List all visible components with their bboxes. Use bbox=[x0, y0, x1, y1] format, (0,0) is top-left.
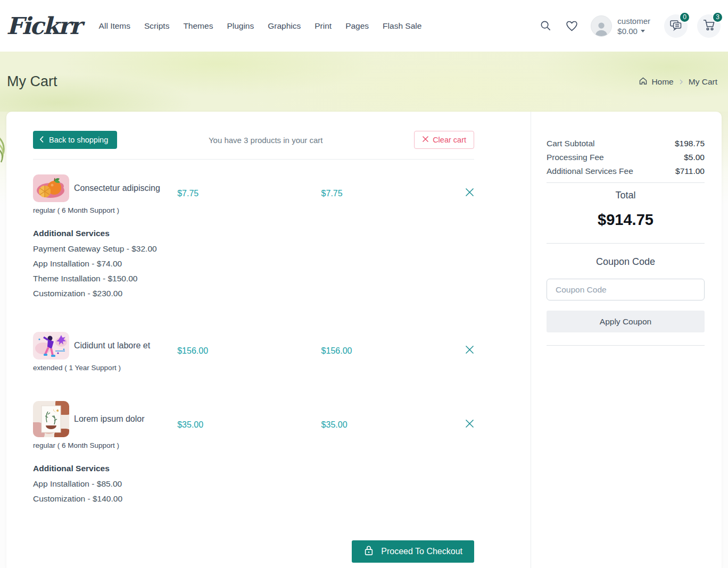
order-summary-panel: Cart Subtotal $198.75 Processing Fee $5.… bbox=[531, 112, 722, 568]
back-to-shopping-button[interactable]: Back to shopping bbox=[33, 131, 117, 149]
messages-badge: 0 bbox=[679, 12, 690, 23]
caret-down-icon bbox=[641, 30, 645, 32]
chevron-right-icon bbox=[678, 79, 684, 85]
cart-card: Back to shopping You have 3 products in … bbox=[6, 112, 722, 568]
product-license: regular ( 6 Month Support ) bbox=[33, 206, 177, 214]
breadcrumb: Home My Cart bbox=[639, 77, 717, 87]
coupon-code-input[interactable] bbox=[547, 279, 705, 300]
remove-item-button[interactable] bbox=[465, 332, 474, 356]
item-price: $7.75 bbox=[177, 174, 321, 214]
divider bbox=[547, 243, 705, 244]
site-logo[interactable]: Fickrr bbox=[6, 12, 81, 39]
messages-button[interactable]: 0 bbox=[664, 14, 688, 38]
content-area: Back to shopping You have 3 products in … bbox=[0, 112, 728, 568]
product-info: Consectetur adipiscing regular ( 6 Month… bbox=[33, 174, 177, 214]
additional-services: Additional Services App Installation - $… bbox=[33, 464, 474, 506]
x-icon bbox=[422, 136, 429, 144]
cart-item: Cididunt ut labore et extended ( 1 Year … bbox=[33, 332, 474, 372]
summary-value: $711.00 bbox=[675, 164, 705, 178]
service-line: Theme Installation - $150.00 bbox=[33, 271, 474, 286]
cart-badge: 3 bbox=[712, 12, 723, 23]
summary-label: Cart Subtotal bbox=[547, 137, 594, 151]
product-image-dancer[interactable] bbox=[33, 332, 69, 360]
account-menu[interactable]: customer $0.00 bbox=[617, 16, 650, 36]
summary-row: Additional Services Fee $711.00 bbox=[547, 164, 705, 178]
apply-coupon-button[interactable]: Apply Coupon bbox=[547, 311, 705, 332]
cart-item: Lorem ipsum dolor regular ( 6 Month Supp… bbox=[33, 401, 474, 506]
remove-item-button[interactable] bbox=[465, 401, 474, 430]
nav-print[interactable]: Print bbox=[315, 21, 332, 31]
item-subtotal: $35.00 bbox=[321, 401, 465, 449]
divider bbox=[547, 182, 705, 183]
product-image-oranges[interactable] bbox=[33, 174, 69, 202]
nav-scripts[interactable]: Scripts bbox=[144, 21, 169, 31]
proceed-to-checkout-button[interactable]: Proceed To Checkout bbox=[352, 540, 474, 563]
product-license: regular ( 6 Month Support ) bbox=[33, 441, 177, 449]
summary-value: $5.00 bbox=[684, 151, 705, 164]
product-name[interactable]: Consectetur adipiscing bbox=[74, 183, 160, 193]
services-title: Additional Services bbox=[33, 464, 474, 473]
product-info: Cididunt ut labore et extended ( 1 Year … bbox=[33, 332, 177, 372]
summary-row: Processing Fee $5.00 bbox=[547, 151, 705, 164]
additional-services: Additional Services Payment Gateway Setu… bbox=[33, 229, 474, 301]
clear-cart-label: Clear cart bbox=[433, 136, 466, 144]
summary-label: Processing Fee bbox=[547, 151, 604, 164]
summary-value: $198.75 bbox=[675, 137, 705, 151]
breadcrumb-home-label: Home bbox=[651, 77, 673, 87]
back-to-shopping-label: Back to shopping bbox=[49, 136, 108, 144]
breadcrumb-home[interactable]: Home bbox=[639, 77, 673, 87]
chevron-left-icon bbox=[39, 136, 44, 145]
summary-row: Cart Subtotal $198.75 bbox=[547, 137, 705, 151]
item-subtotal: $156.00 bbox=[321, 332, 465, 372]
service-line: Customization - $230.00 bbox=[33, 286, 474, 301]
nav-pages[interactable]: Pages bbox=[345, 21, 369, 31]
coupon-title: Coupon Code bbox=[547, 256, 705, 268]
nav-all-items[interactable]: All Items bbox=[99, 21, 130, 31]
product-name[interactable]: Lorem ipsum dolor bbox=[74, 414, 145, 424]
nav-flash-sale[interactable]: Flash Sale bbox=[383, 21, 421, 31]
service-line: App Installation - $74.00 bbox=[33, 256, 474, 271]
services-title: Additional Services bbox=[33, 229, 474, 238]
lock-icon bbox=[363, 545, 374, 558]
item-price: $35.00 bbox=[177, 401, 321, 449]
page-title: My Cart bbox=[7, 73, 57, 90]
divider bbox=[33, 159, 474, 160]
item-subtotal: $7.75 bbox=[321, 174, 465, 214]
home-icon bbox=[639, 77, 648, 87]
product-image-boho[interactable] bbox=[33, 401, 69, 437]
cart-items-panel: Back to shopping You have 3 products in … bbox=[6, 112, 531, 568]
summary-label: Additional Services Fee bbox=[547, 164, 633, 178]
avatar[interactable] bbox=[591, 15, 612, 37]
product-info: Lorem ipsum dolor regular ( 6 Month Supp… bbox=[33, 401, 177, 449]
search-icon[interactable] bbox=[540, 20, 552, 32]
total-value: $914.75 bbox=[547, 211, 705, 229]
divider bbox=[547, 345, 705, 346]
service-line: App Installation - $85.00 bbox=[33, 477, 474, 491]
account-balance: $0.00 bbox=[617, 26, 638, 36]
clear-cart-button[interactable]: Clear cart bbox=[414, 131, 474, 149]
page-banner: My Cart Home My Cart bbox=[0, 52, 728, 112]
checkout-row: Proceed To Checkout bbox=[33, 540, 474, 563]
account-name: customer bbox=[617, 16, 650, 26]
service-line: Customization - $140.00 bbox=[33, 491, 474, 506]
cart-button[interactable]: 3 bbox=[697, 14, 721, 38]
item-price: $156.00 bbox=[177, 332, 321, 372]
proceed-to-checkout-label: Proceed To Checkout bbox=[381, 547, 462, 556]
heart-icon[interactable] bbox=[565, 20, 578, 32]
top-header: Fickrr All Items Scripts Themes Plugins … bbox=[0, 0, 728, 52]
cart-count-text: You have 3 products in your cart bbox=[117, 136, 414, 145]
breadcrumb-current: My Cart bbox=[689, 77, 717, 87]
remove-item-button[interactable] bbox=[465, 174, 474, 199]
product-name[interactable]: Cididunt ut labore et bbox=[74, 341, 150, 350]
main-nav: All Items Scripts Themes Plugins Graphic… bbox=[99, 21, 422, 31]
service-line: Payment Gateway Setup - $32.00 bbox=[33, 241, 474, 256]
nav-themes[interactable]: Themes bbox=[183, 21, 213, 31]
nav-graphics[interactable]: Graphics bbox=[268, 21, 301, 31]
product-license: extended ( 1 Year Support ) bbox=[33, 364, 177, 372]
total-label: Total bbox=[547, 190, 705, 201]
nav-plugins[interactable]: Plugins bbox=[227, 21, 254, 31]
header-actions: customer $0.00 0 bbox=[540, 14, 721, 38]
cart-item: Consectetur adipiscing regular ( 6 Month… bbox=[33, 174, 474, 301]
cart-toolbar: Back to shopping You have 3 products in … bbox=[33, 131, 474, 149]
